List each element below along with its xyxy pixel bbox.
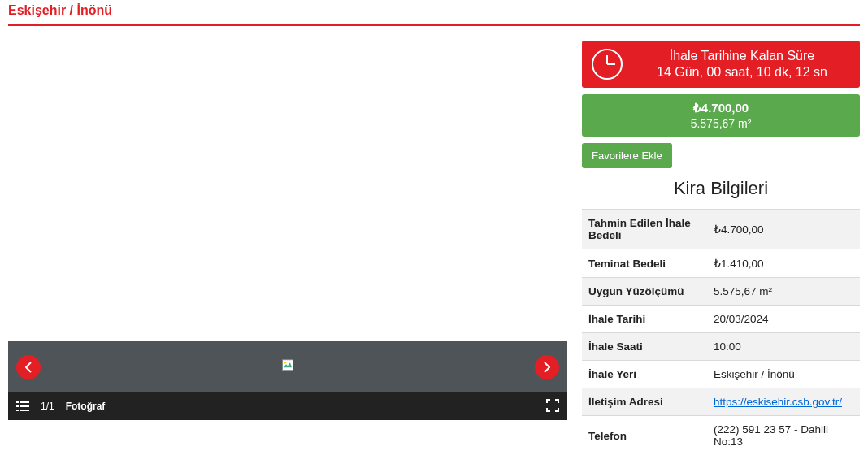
section-title: Kira Bilgileri [582, 178, 860, 199]
svg-rect-3 [20, 401, 29, 403]
chevron-right-icon [544, 362, 550, 373]
svg-rect-7 [20, 410, 29, 411]
prev-image-button[interactable] [16, 355, 41, 379]
countdown-banner: İhale Tarihine Kalan Süre 14 Gün, 00 saa… [582, 41, 860, 88]
add-favorite-button[interactable]: Favorilere Ekle [582, 143, 672, 168]
row-value: 5.575,67 m² [707, 278, 860, 306]
row-label: Tahmin Edilen İhale Bedeli [582, 210, 707, 249]
svg-rect-2 [16, 401, 19, 403]
svg-rect-4 [16, 405, 19, 407]
row-value[interactable]: https://eskisehir.csb.gov.tr/ [707, 388, 860, 416]
row-value: 10:00 [707, 333, 860, 361]
chevron-left-icon [25, 362, 32, 373]
row-value: Eskişehir / İnönü [707, 361, 860, 388]
price-summary: ₺4.700,00 5.575,67 m² [582, 94, 860, 136]
row-label: Uygun Yüzölçümü [582, 278, 707, 306]
table-row: Teminat Bedeli₺1.410,00 [582, 249, 860, 278]
row-label: İhale Saati [582, 333, 707, 361]
broken-image-icon [282, 359, 293, 370]
gallery-footer: 1/1 Fotoğraf [8, 392, 567, 420]
info-table: Tahmin Edilen İhale Bedeli₺4.700,00Temin… [582, 209, 860, 455]
row-label: Telefon [582, 416, 707, 456]
breadcrumb: Eskişehir / İnönü [8, 0, 860, 24]
svg-rect-5 [20, 405, 29, 407]
gallery-label: Fotoğraf [66, 401, 106, 412]
row-value: 20/03/2024 [707, 306, 860, 333]
svg-point-1 [284, 362, 286, 363]
svg-rect-0 [283, 359, 293, 370]
countdown-title: İhale Tarihine Kalan Süre [634, 49, 850, 63]
table-row: Uygun Yüzölçümü5.575,67 m² [582, 278, 860, 306]
list-icon[interactable] [16, 401, 29, 413]
image-gallery: 1/1 Fotoğraf [8, 41, 567, 455]
table-row: İhale YeriEskişehir / İnönü [582, 361, 860, 388]
table-row: Tahmin Edilen İhale Bedeli₺4.700,00 [582, 210, 860, 249]
table-row: İletişim Adresihttps://eskisehir.csb.gov… [582, 388, 860, 416]
thumbnail-strip [8, 341, 567, 392]
clock-icon [592, 49, 623, 80]
image-counter: 1/1 [41, 401, 54, 412]
summary-price: ₺4.700,00 [582, 101, 860, 115]
expand-icon [546, 399, 559, 412]
row-label: İhale Tarihi [582, 306, 707, 333]
row-label: İhale Yeri [582, 361, 707, 388]
main-image-area [8, 41, 567, 341]
table-row: İhale Saati10:00 [582, 333, 860, 361]
summary-area: 5.575,67 m² [582, 117, 860, 130]
table-row: İhale Tarihi20/03/2024 [582, 306, 860, 333]
row-value: ₺1.410,00 [707, 249, 860, 278]
countdown-value: 14 Gün, 00 saat, 10 dk, 12 sn [634, 65, 850, 80]
fullscreen-button[interactable] [546, 399, 559, 414]
svg-rect-6 [16, 410, 19, 411]
row-value: ₺4.700,00 [707, 210, 860, 249]
row-label: İletişim Adresi [582, 388, 707, 416]
next-image-button[interactable] [535, 355, 559, 379]
table-row: Telefon(222) 591 23 57 - Dahili No:13 [582, 416, 860, 456]
row-label: Teminat Bedeli [582, 249, 707, 278]
row-value: (222) 591 23 57 - Dahili No:13 [707, 416, 860, 456]
divider [8, 24, 860, 26]
contact-link[interactable]: https://eskisehir.csb.gov.tr/ [714, 396, 842, 408]
